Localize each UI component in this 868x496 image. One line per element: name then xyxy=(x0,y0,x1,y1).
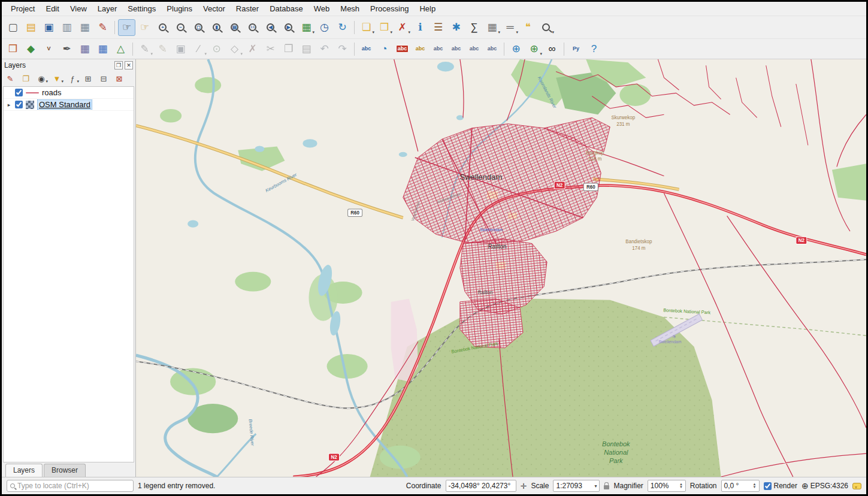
redo-button[interactable]: ↷ xyxy=(334,41,351,58)
toggle-editing-button[interactable]: ✎ xyxy=(154,41,171,58)
log-messages-icon[interactable] xyxy=(852,483,861,489)
search-places-button[interactable]: ∞ xyxy=(543,41,561,58)
panel-tab-layers[interactable]: Layers xyxy=(5,464,43,477)
lock-scale-icon[interactable] xyxy=(604,485,609,489)
menu-help[interactable]: Help xyxy=(414,2,441,15)
panel-tab-browser[interactable]: Browser xyxy=(44,464,86,477)
vertex-tool-button[interactable]: ◇▾ xyxy=(226,41,243,58)
new-shapefile-layer-button[interactable]: V xyxy=(40,41,58,58)
coordinate-value[interactable]: -34,0498° 20,4273° xyxy=(446,480,516,492)
expand-all-button[interactable]: ⊞ xyxy=(81,72,95,85)
layer-visibility-checkbox[interactable] xyxy=(15,89,23,96)
layer-label[interactable]: OSM Standard xyxy=(37,99,92,110)
spinner-arrows-icon[interactable]: ▲▼ xyxy=(753,483,757,489)
spinner-arrows-icon[interactable]: ▲▼ xyxy=(679,483,683,489)
menu-layer[interactable]: Layer xyxy=(92,2,123,15)
save-project-button[interactable]: ▣ xyxy=(40,19,58,36)
close-panel-button[interactable]: ✕ xyxy=(125,61,133,69)
new-spatialite-layer-button[interactable]: ✒ xyxy=(58,41,75,58)
select-features-button[interactable]: ❏▾ xyxy=(358,19,375,36)
layer-item-roads[interactable]: roads xyxy=(4,87,134,99)
new-temporary-scratch-layer-button[interactable]: ▦ xyxy=(76,41,93,58)
open-data-source-manager-button[interactable]: ❒ xyxy=(4,41,22,58)
statistical-summary-button[interactable]: ∑ xyxy=(465,19,483,36)
open-attribute-table-button[interactable]: ▦▾ xyxy=(483,19,501,36)
style-manager-button[interactable]: ✎ xyxy=(94,19,111,36)
render-toggle[interactable]: Render xyxy=(764,482,797,490)
show-layout-manager-button[interactable]: ▦ xyxy=(76,19,93,36)
web-services-button[interactable]: ⊕▾ xyxy=(525,41,543,58)
field-calculator-button[interactable]: ☰ xyxy=(430,19,447,36)
python-console-button[interactable]: Py xyxy=(567,41,585,58)
locate-input[interactable] xyxy=(17,482,130,490)
paste-features-button[interactable]: ▤ xyxy=(298,41,315,58)
layer-diagram-button[interactable]: ◔ xyxy=(376,41,393,58)
cut-features-button[interactable]: ✂ xyxy=(262,41,279,58)
pin-unpin-labels-button[interactable]: abc xyxy=(394,41,411,58)
menu-raster[interactable]: Raster xyxy=(231,2,264,15)
open-layer-styling-button[interactable]: ✎ xyxy=(3,72,17,85)
zoom-full-button[interactable]: ◻ xyxy=(190,19,207,36)
layer-label[interactable]: roads xyxy=(42,88,62,97)
save-layer-edits-button[interactable]: ▣ xyxy=(172,41,189,58)
zoom-to-layer-button[interactable]: ▤ xyxy=(226,19,243,36)
layer-item-osm-standard[interactable]: ▸OSM Standard xyxy=(4,99,134,111)
rotation-spin[interactable]: 0,0 ° ▲▼ xyxy=(721,480,760,492)
zoom-to-selection-button[interactable]: ▮ xyxy=(208,19,225,36)
menu-mesh[interactable]: Mesh xyxy=(335,2,365,15)
open-project-button[interactable]: ▤ xyxy=(22,19,40,36)
new-project-button[interactable]: ▢ xyxy=(4,19,22,36)
remove-layer-button[interactable]: ⊠ xyxy=(112,72,126,85)
menu-project[interactable]: Project xyxy=(5,2,40,15)
menu-edit[interactable]: Edit xyxy=(40,2,64,15)
pan-map-to-selection-button[interactable]: ☞ xyxy=(136,19,153,36)
digitize-with-segment-button[interactable]: ∕▾ xyxy=(190,41,207,58)
identify-features-button[interactable]: ℹ xyxy=(412,19,429,36)
rotate-label-button[interactable]: abc xyxy=(465,41,483,58)
map-canvas[interactable]: ✈ SwellendamRailtonRailtonSkurwekop231 m… xyxy=(136,59,866,477)
zoom-native-button[interactable]: 1:1 xyxy=(244,19,261,36)
new-mesh-layer-button[interactable]: △ xyxy=(112,41,129,58)
filter-legend-by-expression-button[interactable]: ƒ▾ xyxy=(65,72,80,85)
add-group-button[interactable]: ❐ xyxy=(19,72,33,85)
extents-icon[interactable]: ✛ xyxy=(521,482,527,490)
locate-search[interactable] xyxy=(7,480,134,492)
highlight-pinned-labels-button[interactable]: abc xyxy=(412,41,429,58)
osm-place-search-button[interactable]: ▾ xyxy=(537,19,555,36)
zoom-out-button[interactable]: − xyxy=(172,19,189,36)
undo-button[interactable]: ↶ xyxy=(316,41,333,58)
current-edits-button[interactable]: ✎▾ xyxy=(136,41,153,58)
menu-processing[interactable]: Processing xyxy=(365,2,414,15)
new-map-view-button[interactable]: ▦▾ xyxy=(298,19,315,36)
pan-map-button[interactable]: ☞ xyxy=(118,19,135,36)
layer-labeling-button[interactable]: abc xyxy=(358,41,375,58)
manage-map-themes-button[interactable]: ◉▾ xyxy=(34,72,49,85)
zoom-last-button[interactable]: ◀ xyxy=(262,19,279,36)
crs-status[interactable]: ⊕ EPSG:4326 xyxy=(802,481,848,491)
menu-settings[interactable]: Settings xyxy=(122,2,161,15)
filter-legend-button[interactable]: ▼▾ xyxy=(50,72,64,85)
refresh-map-button[interactable]: ↻ xyxy=(334,19,351,36)
copy-features-button[interactable]: ❐ xyxy=(280,41,297,58)
scale-combo[interactable]: 1:27093 ▾ xyxy=(553,480,600,492)
zoom-next-button[interactable]: ▶ xyxy=(280,19,297,36)
delete-selected-button[interactable]: ✗ xyxy=(244,41,261,58)
measure-line-button[interactable]: ═▾ xyxy=(501,19,519,36)
new-print-layout-button[interactable]: ▥ xyxy=(58,19,75,36)
metasearch-button[interactable]: ⊕ xyxy=(507,41,525,58)
menu-database[interactable]: Database xyxy=(264,2,309,15)
show-hide-labels-button[interactable]: abc xyxy=(430,41,447,58)
map-tips-button[interactable]: ❝ xyxy=(519,19,537,36)
add-feature-button[interactable]: ⊙ xyxy=(208,41,225,58)
new-geopackage-layer-button[interactable]: ◆ xyxy=(22,41,40,58)
float-panel-button[interactable]: ❐ xyxy=(114,61,123,69)
zoom-in-button[interactable]: + xyxy=(154,19,171,36)
move-label-button[interactable]: abc xyxy=(447,41,465,58)
help-contents-button[interactable]: ? xyxy=(585,41,603,58)
expander-icon[interactable]: ▸ xyxy=(6,102,12,108)
menu-view[interactable]: View xyxy=(65,2,92,15)
select-features-by-value-button[interactable]: ❒▾ xyxy=(376,19,393,36)
layer-visibility-checkbox[interactable] xyxy=(15,101,23,108)
processing-toolbox-button[interactable]: ✱ xyxy=(447,19,465,36)
deselect-features-button[interactable]: ✗▾ xyxy=(394,19,411,36)
